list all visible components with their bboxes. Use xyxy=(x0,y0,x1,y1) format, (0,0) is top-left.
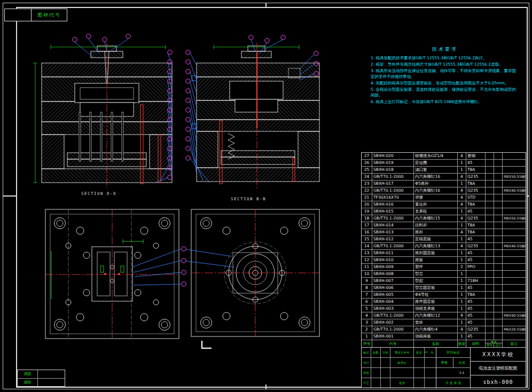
part-number: 26 xyxy=(362,160,372,166)
part-remark xyxy=(503,167,526,173)
process-row: 工艺批准 xyxy=(362,378,436,388)
part-name: Φ5推杆 xyxy=(414,181,458,187)
part-number: 3 xyxy=(362,319,372,326)
part-qty: 2 xyxy=(458,264,466,270)
design-cell xyxy=(414,358,425,367)
part-code: SBXH-016 xyxy=(372,201,414,208)
part-qty: 1 xyxy=(458,278,466,284)
part-name: 复位杆 xyxy=(414,201,458,208)
header-weight-group: 重量 单件 总计 xyxy=(486,340,503,347)
header-qty: 数量 xyxy=(458,340,466,347)
part-total-weight xyxy=(494,181,503,187)
part-remark xyxy=(503,319,526,326)
part-unit-weight xyxy=(486,167,494,173)
check-cell xyxy=(390,368,414,378)
part-remark xyxy=(503,278,526,284)
weight-scale-labels: 重量 比例 xyxy=(436,358,470,368)
part-name: 塑件 xyxy=(414,264,458,270)
parts-list-and-titleblock: 27 SBXH-020 喷嘴接头GZ1/4 4 黄铜 26 SBXH-019 定… xyxy=(361,152,526,388)
part-number: 11 xyxy=(362,264,372,270)
drawing-code-blank xyxy=(5,9,32,21)
part-material: 718H xyxy=(466,278,486,284)
part-unit-weight xyxy=(486,236,494,242)
parts-list: 27 SBXH-020 喷嘴接头GZ1/4 4 黄铜 26 SBXH-019 定… xyxy=(362,153,526,340)
part-material: 45 xyxy=(466,257,486,263)
tracing-label-2: 描校 xyxy=(18,379,38,387)
part-qty: 4 xyxy=(458,194,466,201)
table-row: 1 SBXH-001 动模座板 1 45 xyxy=(362,333,526,340)
part-code: GB/T70.1-2000 xyxy=(372,326,414,333)
table-row: 2 GB/T70.1-2000 内六角螺钉4 4 Q235 M6X20-55钢制 xyxy=(362,326,526,333)
process-cell: 工艺 xyxy=(362,378,371,388)
design-cell: 设计 xyxy=(362,358,371,367)
design-row: 设计标准化 xyxy=(362,358,436,368)
part-remark xyxy=(503,160,526,166)
part-qty: 1 xyxy=(458,236,466,242)
part-name: 喷嘴接头GZ1/4 xyxy=(414,153,458,159)
part-name: 推板 xyxy=(414,257,458,263)
part-unit-weight xyxy=(486,264,494,270)
part-total-weight xyxy=(494,236,503,242)
part-material: Q235 xyxy=(466,187,486,194)
part-name: 内六角螺钉13 xyxy=(414,243,458,249)
balloon-column-3 xyxy=(182,247,186,286)
part-unit-weight xyxy=(486,194,494,201)
table-row: 19 SBXH-015 支承柱 1 45 xyxy=(362,208,526,215)
part-unit-weight xyxy=(486,222,494,229)
process-cell xyxy=(371,378,381,388)
part-total-weight xyxy=(494,312,503,319)
part-code: SBXH-018 xyxy=(372,167,414,173)
table-row: 16 SBXH-013 推杆 4 T8A xyxy=(362,229,526,236)
part-total-weight xyxy=(494,167,503,173)
part-qty: 4 xyxy=(458,187,466,194)
part-unit-weight xyxy=(486,187,494,194)
part-qty: 4 xyxy=(458,174,466,180)
part-unit-weight xyxy=(486,215,494,222)
school-name: XXXX学校 xyxy=(471,348,526,362)
tracing-label-1: 描图 xyxy=(18,370,38,378)
note-line: 2. 模架、导向件等相关结构尺寸按GB/T 12555.3和GB/T 12556… xyxy=(371,61,519,67)
part-remark: M8X40-55钢制 xyxy=(503,187,526,194)
tracing-blank-2 xyxy=(38,379,65,387)
part-number: 20 xyxy=(362,201,372,208)
part-name: 定模底板 xyxy=(414,236,458,242)
part-remark xyxy=(503,264,526,270)
part-code: SBXH-006 xyxy=(372,285,414,291)
note-line: 3. 模具所有活动部件应保证位置准确、动作可靠，不得有歪斜和卡滞现象，要求固定的… xyxy=(371,68,519,80)
table-row: 14 GB/T70.1-2000 内六角螺钉13 4 Q235 M6X40-55… xyxy=(362,243,526,250)
part-qty: 4 xyxy=(458,326,466,333)
part-name: 支承柱 xyxy=(414,208,458,215)
table-row: 12 SBXH-010 推板 1 45 xyxy=(362,257,526,264)
part-qty: 4 xyxy=(458,229,466,236)
part-remark xyxy=(503,153,526,159)
table-row: 25 SBXH-018 浇口套 1 T8A xyxy=(362,167,526,174)
part-total-weight xyxy=(494,264,503,270)
part-name: 型芯固定板 xyxy=(414,285,458,291)
table-row: 20 SBXH-016 复位杆 4 T8A xyxy=(362,201,526,208)
part-material: 45 xyxy=(466,250,486,256)
stage-label: 阶段标记 xyxy=(436,348,470,358)
part-code: SBXH-015 xyxy=(372,208,414,215)
part-total-weight xyxy=(494,201,503,208)
part-number: 2 xyxy=(362,326,372,333)
part-number: 1 xyxy=(362,333,372,340)
cad-drawing-sheet: 图样代号 xyxy=(0,0,532,392)
part-remark xyxy=(503,236,526,242)
part-remark: M6X20-55钢制 xyxy=(503,326,526,333)
part-material: PPO xyxy=(466,264,486,270)
check-cell xyxy=(371,368,381,378)
header-name: 名称 xyxy=(414,340,458,347)
part-code: SBXH-011 xyxy=(372,250,414,256)
scale-label: 比例 xyxy=(453,358,471,367)
part-remark xyxy=(503,333,526,340)
part-unit-weight xyxy=(486,326,494,333)
part-total-weight xyxy=(494,333,503,340)
drawing-number: sbxh-000 xyxy=(471,375,526,388)
note-line: 4. 装配好的模具分型面应紧密贴合，非成型部位配合间隙应不大于0.05mm。 xyxy=(371,80,519,86)
part-material xyxy=(466,271,486,277)
part-number: 16 xyxy=(362,229,372,236)
title-block-stage-area: 阶段标记 重量 比例 1:1 共 张 第 张 xyxy=(436,348,471,388)
part-remark xyxy=(503,181,526,187)
check-row: 审核 xyxy=(362,368,436,378)
part-number: 5 xyxy=(362,305,372,312)
